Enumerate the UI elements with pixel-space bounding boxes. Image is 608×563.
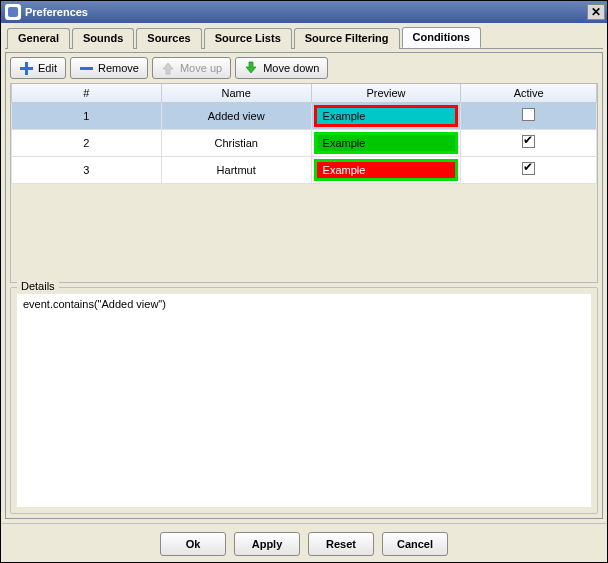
active-checkbox[interactable] <box>522 108 535 121</box>
move-down-label: Move down <box>263 62 319 74</box>
details-legend: Details <box>17 280 59 292</box>
tab-source-lists[interactable]: Source Lists <box>204 28 292 49</box>
table-row[interactable]: 3HartmutExample <box>12 156 597 183</box>
conditions-table: # Name Preview Active 1Added viewExample… <box>11 84 597 184</box>
toolbar: Edit Remove Move up Move down <box>10 57 598 79</box>
remove-label: Remove <box>98 62 139 74</box>
cell-index: 3 <box>12 156 162 183</box>
cell-index: 1 <box>12 102 162 129</box>
cell-name: Added view <box>161 102 311 129</box>
minus-icon <box>79 61 93 75</box>
cell-name: Christian <box>161 129 311 156</box>
close-button[interactable]: ✕ <box>587 4 605 20</box>
move-down-button[interactable]: Move down <box>235 57 328 79</box>
cancel-button[interactable]: Cancel <box>382 532 448 556</box>
cell-name: Hartmut <box>161 156 311 183</box>
preview-swatch: Example <box>314 159 459 181</box>
conditions-table-wrap: # Name Preview Active 1Added viewExample… <box>10 83 598 283</box>
tab-sounds[interactable]: Sounds <box>72 28 134 49</box>
content-area: General Sounds Sources Source Lists Sour… <box>1 23 607 523</box>
table-row[interactable]: 1Added viewExample <box>12 102 597 129</box>
col-preview[interactable]: Preview <box>311 84 461 102</box>
tab-general[interactable]: General <box>7 28 70 49</box>
preferences-window: Preferences ✕ General Sounds Sources Sou… <box>0 0 608 563</box>
tab-sources[interactable]: Sources <box>136 28 201 49</box>
col-index[interactable]: # <box>12 84 162 102</box>
app-icon <box>5 4 21 20</box>
tabstrip: General Sounds Sources Source Lists Sour… <box>5 27 603 49</box>
table-header-row[interactable]: # Name Preview Active <box>12 84 597 102</box>
cell-preview: Example <box>311 102 461 129</box>
cell-preview: Example <box>311 129 461 156</box>
cell-active <box>461 156 597 183</box>
titlebar: Preferences ✕ <box>1 1 607 23</box>
cell-active <box>461 129 597 156</box>
plus-icon <box>19 61 33 75</box>
arrow-down-icon <box>244 61 258 75</box>
arrow-up-icon <box>161 61 175 75</box>
reset-button[interactable]: Reset <box>308 532 374 556</box>
move-up-label: Move up <box>180 62 222 74</box>
preview-swatch: Example <box>314 105 459 127</box>
col-active[interactable]: Active <box>461 84 597 102</box>
window-title: Preferences <box>25 6 587 18</box>
cell-preview: Example <box>311 156 461 183</box>
ok-button[interactable]: Ok <box>160 532 226 556</box>
table-row[interactable]: 2ChristianExample <box>12 129 597 156</box>
remove-button[interactable]: Remove <box>70 57 148 79</box>
details-text: event.contains("Added view") <box>17 294 591 507</box>
details-group: Details event.contains("Added view") <box>10 287 598 514</box>
tab-conditions[interactable]: Conditions <box>402 27 481 48</box>
move-up-button[interactable]: Move up <box>152 57 231 79</box>
tab-source-filtering[interactable]: Source Filtering <box>294 28 400 49</box>
active-checkbox[interactable] <box>522 162 535 175</box>
preview-swatch: Example <box>314 132 459 154</box>
active-checkbox[interactable] <box>522 135 535 148</box>
cell-active <box>461 102 597 129</box>
conditions-panel: Edit Remove Move up Move down <box>5 52 603 519</box>
edit-button[interactable]: Edit <box>10 57 66 79</box>
dialog-footer: Ok Apply Reset Cancel <box>1 523 607 562</box>
cell-index: 2 <box>12 129 162 156</box>
edit-label: Edit <box>38 62 57 74</box>
col-name[interactable]: Name <box>161 84 311 102</box>
apply-button[interactable]: Apply <box>234 532 300 556</box>
